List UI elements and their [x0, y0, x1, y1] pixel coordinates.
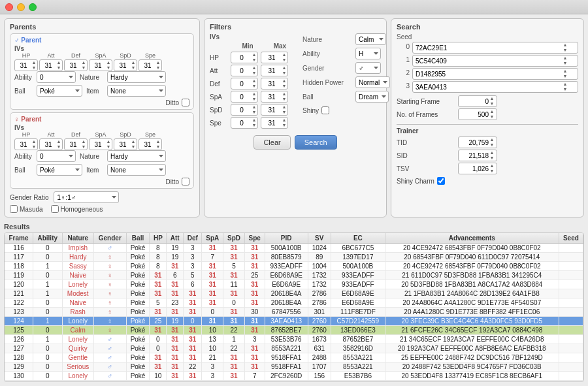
filter-att-min-input[interactable]: ▲ ▼	[231, 65, 258, 76]
table-row[interactable]: 1270Quirky♂Poké031311022318553A221631358…	[5, 344, 583, 353]
filter-shiny-checkbox[interactable]	[321, 106, 329, 114]
table-row[interactable]: 1211Modest♀Poké31313131313120618E4A2786E…	[5, 289, 583, 298]
clear-button[interactable]: Clear	[253, 135, 290, 150]
table-row[interactable]: 1250Calm♀Poké31313110223187652BE7276013E…	[5, 326, 583, 335]
search-button[interactable]: Search	[295, 135, 337, 150]
parent1-def-input[interactable]: ▲ ▼	[64, 59, 88, 71]
parent1-hp-down[interactable]: ▼	[31, 65, 37, 71]
filter-spd-max-field[interactable]	[263, 106, 281, 114]
table-row[interactable]: 1181Sassy♀Poké831331531933EADFF1004500A1…	[5, 262, 583, 271]
seed-input-2[interactable]: ▲ ▼	[412, 68, 578, 80]
filter-hp-select[interactable]: NormalFireAny	[355, 76, 390, 88]
parent2-nature-select[interactable]: HardyCalm	[107, 150, 166, 162]
filter-ability-select[interactable]: H01Any	[355, 48, 381, 59]
masuda-label[interactable]: Masuda	[10, 205, 43, 213]
table-row[interactable]: 1230Rash♀Poké3131310313067847556301111F8…	[5, 308, 583, 317]
filter-spd-min-input[interactable]: ▲ ▼	[231, 104, 258, 116]
parent2-ability-select[interactable]: 01	[37, 150, 76, 162]
filter-att-max-field[interactable]	[263, 67, 281, 74]
minimize-button[interactable]	[17, 3, 25, 11]
filter-att-max-input[interactable]: ▲ ▼	[261, 65, 288, 76]
parent2-item-select[interactable]: None	[107, 164, 166, 176]
filter-hp-min-field[interactable]	[233, 54, 251, 61]
table-row[interactable]: 1190Naive♀Poké3165313125E6D68A9E1732933E…	[5, 271, 583, 280]
table-row[interactable]: 1261Lonely♂Poké03131131353E53B7616738765…	[5, 335, 583, 344]
filter-spe-min-field[interactable]	[233, 120, 251, 127]
filter-spa-max-input[interactable]: ▲ ▼	[261, 91, 288, 103]
seed-field-3[interactable]	[416, 84, 562, 91]
masuda-checkbox[interactable]	[10, 205, 18, 213]
parent1-att-field[interactable]	[41, 62, 56, 69]
no-frames-field[interactable]	[460, 111, 489, 118]
table-row[interactable]: 1300Lonely♂Poké10313133172FC9260D156E53B…	[5, 372, 583, 381]
tid-input[interactable]: ▲ ▼	[458, 137, 497, 148]
filter-spd-max-input[interactable]: ▲ ▼	[261, 104, 288, 116]
parent1-ball-select[interactable]: PokéMaster	[37, 85, 82, 97]
parent1-spd-input[interactable]: ▲ ▼	[114, 59, 137, 71]
seed-field-0[interactable]	[416, 44, 562, 52]
seed-field-2[interactable]	[416, 71, 562, 78]
seed-input-0[interactable]: ▲ ▼	[412, 42, 578, 54]
parent1-spd-field[interactable]	[116, 62, 130, 69]
filter-hp-min-input[interactable]: ▲ ▼	[231, 52, 258, 63]
homogeneous-checkbox[interactable]	[51, 205, 59, 213]
tsv-input[interactable]: ▲ ▼	[458, 163, 497, 174]
homogeneous-label[interactable]: Homogeneous	[51, 205, 103, 213]
close-button[interactable]	[5, 3, 13, 11]
maximize-button[interactable]	[29, 3, 37, 11]
filter-nature-select[interactable]: CalmHardyAny	[355, 33, 386, 45]
parent1-spa-input[interactable]: ▲ ▼	[89, 59, 112, 71]
table-row[interactable]: 1280Gentle♂Poké3131312131319518FFA124888…	[5, 353, 583, 362]
filter-hp-max-input[interactable]: ▲ ▼	[261, 52, 288, 63]
parent1-spa-field[interactable]	[91, 62, 105, 69]
seed-field-1[interactable]	[416, 57, 562, 65]
table-row[interactable]: 1170Hardy♀Poké81937313180EB8579891397ED1…	[5, 253, 583, 262]
filter-spa-min-field[interactable]	[233, 93, 251, 101]
parent2-ball-select[interactable]: Poké	[37, 164, 82, 176]
starting-frame-input[interactable]: ▲ ▼	[458, 95, 497, 107]
seed-input-3[interactable]: ▲ ▼	[412, 81, 578, 93]
parent2-hp-field[interactable]	[16, 141, 31, 148]
parent1-ability-select[interactable]: 01	[37, 71, 76, 83]
parent2-ditto-checkbox[interactable]	[182, 178, 189, 185]
filter-spe-max-field[interactable]	[263, 120, 281, 127]
table-row[interactable]: 1160Impish♂Poké8193313131500A100B10246BC…	[5, 244, 583, 253]
parent1-hp-input[interactable]: ▲ ▼	[14, 59, 38, 71]
parent2-hp-input[interactable]: ▲ ▼	[14, 138, 38, 150]
filter-def-max-input[interactable]: ▲ ▼	[261, 78, 288, 89]
gender-ratio-select[interactable]: 1♀:1♂♀ Only♂ Only	[54, 191, 119, 203]
no-frames-input[interactable]: ▲ ▼	[458, 108, 497, 120]
results-table-container[interactable]: FrameAbilityNatureGenderBallHPAttDefSpAS…	[4, 233, 584, 382]
parent1-def-field[interactable]	[66, 62, 80, 69]
filter-spd-min-field[interactable]	[233, 106, 251, 114]
filter-def-min-field[interactable]	[233, 80, 251, 88]
parent1-item-select[interactable]: None	[107, 85, 166, 97]
seed-input-1[interactable]: ▲ ▼	[412, 55, 578, 67]
filter-def-min-input[interactable]: ▲ ▼	[231, 78, 258, 89]
shiny-charm-checkbox[interactable]	[437, 177, 445, 185]
sid-field[interactable]	[460, 152, 489, 159]
parent1-hp-stepper[interactable]: ▲ ▼	[31, 60, 37, 71]
filter-att-min-field[interactable]	[233, 67, 251, 74]
filter-spa-min-input[interactable]: ▲ ▼	[231, 91, 258, 103]
filter-gender-select[interactable]: ♂♀Any	[355, 62, 381, 74]
parent1-hp-up[interactable]: ▲	[31, 60, 37, 65]
filter-def-max-field[interactable]	[263, 80, 281, 88]
parent1-hp-field[interactable]	[16, 62, 31, 69]
filter-spa-max-field[interactable]	[263, 93, 281, 101]
tid-field[interactable]	[460, 139, 489, 146]
table-row[interactable]: 1201Lonely♀Poké31316311131E6D6A9E1732933…	[5, 280, 583, 289]
parent1-nature-select[interactable]: HardyCalmBold	[107, 71, 166, 83]
parent1-ditto-checkbox[interactable]	[182, 99, 189, 106]
tsv-field[interactable]	[460, 165, 489, 172]
filter-ball-select[interactable]: DreamPoké	[355, 91, 389, 103]
table-row[interactable]: 1241Lonely♀Poké251903131313AEA04132760C5…	[5, 317, 583, 326]
parent1-att-input[interactable]: ▲ ▼	[39, 59, 63, 71]
table-row[interactable]: 1290Serious♂Poké313122331319518FFA117078…	[5, 362, 583, 372]
starting-frame-field[interactable]	[460, 98, 489, 105]
parent1-spe-input[interactable]: ▲ ▼	[139, 59, 162, 71]
parent1-att-stepper[interactable]: ▲ ▼	[56, 60, 62, 71]
sid-input[interactable]: ▲ ▼	[458, 150, 497, 161]
filter-spe-min-input[interactable]: ▲ ▼	[231, 117, 258, 129]
filter-hp-max-field[interactable]	[263, 54, 281, 61]
